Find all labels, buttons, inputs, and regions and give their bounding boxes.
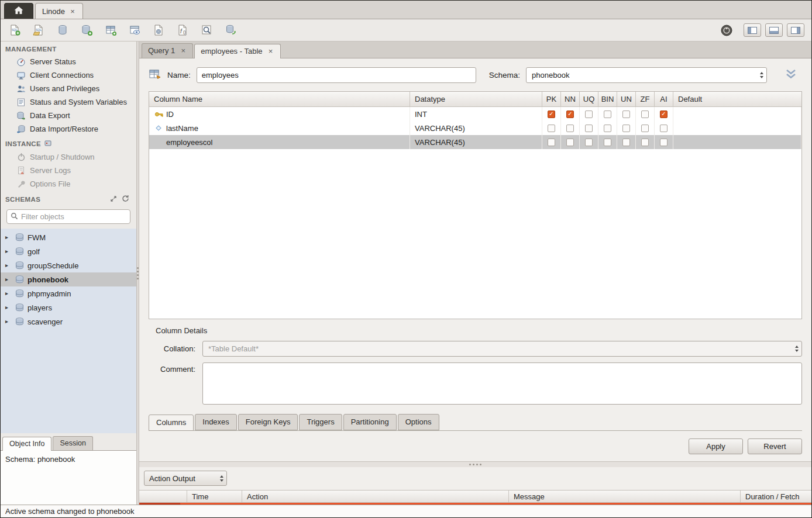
pk-checkbox[interactable] [548, 139, 555, 146]
column-row-id[interactable]: ID INT [149, 107, 801, 121]
refresh-schemas-icon[interactable] [122, 195, 129, 203]
create-schema-icon[interactable] [80, 23, 94, 37]
expand-arrow-icon[interactable] [5, 248, 12, 254]
expand-arrow-icon[interactable] [5, 263, 12, 268]
sidebar-item-startup-shutdown[interactable]: Startup / Shutdown [1, 150, 136, 164]
tab-object-info[interactable]: Object Info [2, 437, 51, 451]
open-sql-script-icon[interactable]: SQL [32, 23, 46, 37]
close-icon[interactable] [180, 47, 187, 54]
zf-checkbox[interactable] [641, 110, 649, 118]
schema-icon [15, 261, 24, 270]
stepper-icon[interactable] [217, 471, 226, 485]
sidebar-item-data-export[interactable]: Data Export [1, 109, 136, 122]
schema-item-groupschedule[interactable]: groupSchedule [1, 258, 136, 272]
expand-arrow-icon[interactable] [5, 234, 12, 240]
nn-checkbox[interactable] [566, 125, 574, 132]
sidebar-item-options-file[interactable]: Options File [1, 177, 136, 191]
schema-item-players[interactable]: players [1, 301, 136, 315]
expand-schemas-icon[interactable] [110, 195, 117, 203]
ai-checkbox[interactable] [660, 110, 668, 118]
pk-checkbox[interactable] [548, 110, 555, 118]
instance-status-icon [44, 140, 51, 148]
output-selector[interactable]: Action Output [144, 471, 227, 486]
home-tab[interactable] [4, 3, 33, 19]
collation-row: Collation: *Table Default* [149, 341, 802, 362]
column-row-lastname[interactable]: lastName VARCHAR(45) [149, 121, 801, 135]
grid-empty-area[interactable] [149, 149, 801, 319]
zf-checkbox[interactable] [641, 139, 649, 146]
schema-item-phpmyadmin[interactable]: phpmyadmin [1, 286, 136, 301]
nn-checkbox[interactable] [566, 139, 574, 146]
pk-checkbox[interactable] [548, 125, 555, 132]
schema-item-phonebook[interactable]: phonebook [1, 272, 136, 286]
sidebar-item-server-logs[interactable]: Server Logs [1, 164, 136, 177]
output-table-header: Time Action Message Duration / Fetch [139, 490, 811, 503]
tab-employees-table[interactable]: employees - Table [194, 44, 280, 58]
tab-options[interactable]: Options [398, 414, 439, 430]
search-data-icon[interactable] [199, 23, 214, 37]
sidebar-item-status-variables[interactable]: Status and System Variables [1, 95, 136, 109]
schema-icon [15, 317, 24, 326]
collapse-header-icon[interactable] [785, 68, 802, 82]
un-checkbox[interactable] [622, 125, 630, 132]
nn-checkbox[interactable] [566, 110, 574, 118]
schema-select[interactable]: phonebook [526, 67, 767, 83]
toggle-right-sidebar-icon[interactable] [787, 23, 804, 37]
table-name-input[interactable] [197, 67, 476, 83]
sidebar-item-server-status[interactable]: Server Status [1, 55, 136, 68]
apply-button[interactable]: Apply [689, 438, 743, 454]
expand-arrow-icon[interactable] [5, 291, 12, 296]
output-splitter[interactable] [139, 461, 811, 467]
tab-triggers[interactable]: Triggers [299, 414, 342, 430]
expand-arrow-icon[interactable] [5, 319, 12, 324]
schema-item-golf[interactable]: golf [1, 244, 136, 258]
sidebar-item-client-connections[interactable]: Client Connections [1, 68, 136, 82]
un-checkbox[interactable] [622, 139, 630, 146]
tab-indexes[interactable]: Indexes [195, 414, 237, 430]
schema-item-fwm[interactable]: FWM [1, 230, 136, 244]
ai-checkbox[interactable] [660, 139, 668, 146]
schema-item-scavenger[interactable]: scavenger [1, 315, 136, 329]
expand-arrow-icon[interactable] [5, 277, 12, 282]
bin-checkbox[interactable] [604, 110, 611, 118]
default-cell[interactable] [673, 135, 801, 149]
default-cell[interactable] [673, 121, 801, 135]
uq-checkbox[interactable] [585, 125, 593, 132]
bin-checkbox[interactable] [604, 139, 611, 146]
zf-checkbox[interactable] [641, 125, 649, 132]
create-function-icon[interactable]: f() [176, 23, 190, 37]
reconnect-dbms-icon[interactable] [223, 23, 238, 37]
stepper-icon[interactable] [757, 68, 766, 82]
new-connection-icon[interactable] [56, 23, 70, 37]
ai-checkbox[interactable] [660, 125, 668, 132]
tab-query-1[interactable]: Query 1 [142, 43, 193, 58]
filter-objects-input[interactable] [21, 212, 126, 221]
tab-partitioning[interactable]: Partitioning [343, 414, 397, 430]
tab-columns[interactable]: Columns [149, 415, 194, 431]
close-icon[interactable] [69, 8, 76, 15]
create-table-icon[interactable] [104, 23, 118, 37]
bin-checkbox[interactable] [604, 125, 611, 132]
uq-checkbox[interactable] [585, 139, 593, 146]
stepper-icon[interactable] [792, 341, 801, 356]
connection-tab-linode[interactable]: Linode [35, 3, 83, 19]
toggle-left-sidebar-icon[interactable] [744, 23, 761, 37]
new-query-tab-icon[interactable]: SQL [8, 23, 22, 37]
toggle-output-area-icon[interactable] [765, 23, 783, 37]
column-row-employeescol[interactable]: employeescol VARCHAR(45) [149, 135, 801, 149]
create-view-icon[interactable] [128, 23, 142, 37]
close-icon[interactable] [267, 48, 274, 55]
uq-checkbox[interactable] [585, 110, 593, 118]
expand-arrow-icon[interactable] [5, 305, 12, 310]
create-procedure-icon[interactable] [152, 23, 166, 37]
connection-status-icon[interactable] [720, 23, 734, 37]
tab-foreign-keys[interactable]: Foreign Keys [238, 414, 298, 430]
sidebar-item-users-privileges[interactable]: Users and Privileges [1, 82, 136, 95]
un-checkbox[interactable] [622, 110, 630, 118]
revert-button[interactable]: Revert [748, 438, 802, 454]
sidebar-item-data-import[interactable]: Data Import/Restore [1, 122, 136, 136]
tab-session[interactable]: Session [53, 436, 92, 450]
comment-textarea[interactable] [202, 362, 802, 405]
collation-select[interactable]: *Table Default* [202, 341, 802, 357]
default-cell[interactable] [673, 107, 801, 121]
